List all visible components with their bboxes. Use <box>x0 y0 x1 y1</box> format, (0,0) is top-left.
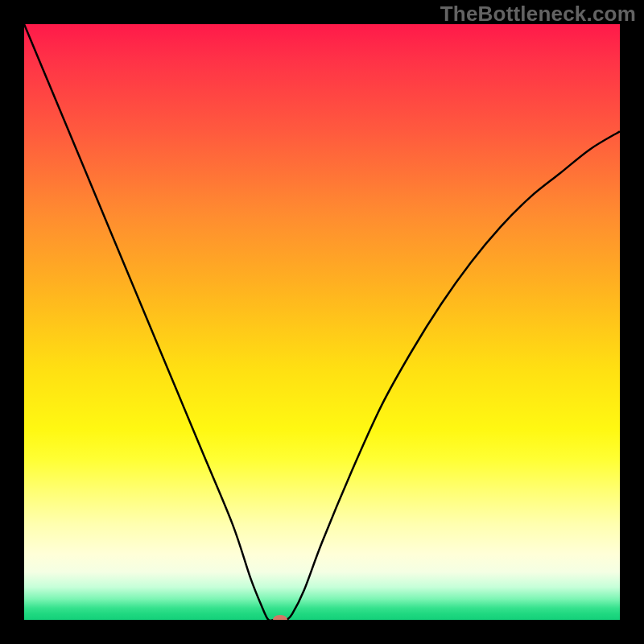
chart-frame: TheBottleneck.com <box>0 0 644 644</box>
optimum-marker <box>273 615 287 620</box>
bottleneck-curve <box>24 24 620 620</box>
curve-path <box>24 24 620 620</box>
plot-area <box>24 24 620 620</box>
watermark-text: TheBottleneck.com <box>440 2 636 27</box>
